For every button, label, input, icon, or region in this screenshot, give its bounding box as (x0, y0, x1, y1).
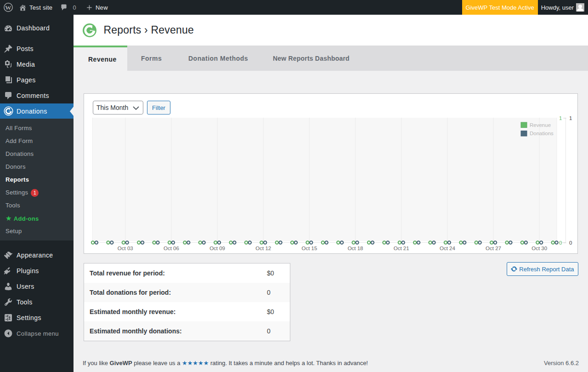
svg-text:1: 1 (569, 115, 572, 121)
svg-text:Oct 24: Oct 24 (440, 246, 455, 251)
svg-text:0: 0 (559, 240, 562, 246)
svg-text:Oct 21: Oct 21 (394, 246, 409, 251)
svg-text:Oct 03: Oct 03 (118, 246, 133, 251)
svg-text:1: 1 (559, 115, 562, 121)
svg-text:Oct 06: Oct 06 (164, 246, 179, 251)
svg-text:Oct 15: Oct 15 (301, 246, 317, 251)
svg-text:Oct 09: Oct 09 (209, 246, 225, 251)
svg-text:Oct 27: Oct 27 (486, 246, 501, 251)
svg-text:Revenue: Revenue (530, 122, 551, 128)
svg-text:Oct 12: Oct 12 (255, 246, 271, 251)
svg-text:Donations: Donations (530, 131, 554, 136)
svg-text:Oct 30: Oct 30 (531, 246, 547, 251)
svg-text:W: W (5, 4, 11, 11)
svg-text:0: 0 (569, 240, 572, 246)
svg-text:Oct 18: Oct 18 (348, 246, 363, 251)
